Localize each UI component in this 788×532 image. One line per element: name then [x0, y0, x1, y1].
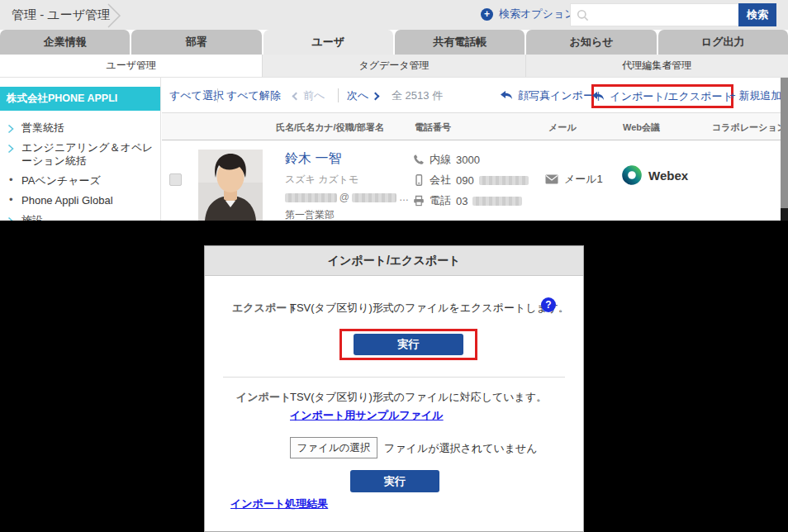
file-status-text: ファイルが選択されていません: [384, 441, 538, 456]
import-result-link[interactable]: インポート処理結果: [230, 496, 328, 511]
department-sidebar: 株式会社PHONE APPLI 営業統括 エンジニアリング＆オペレーション統括 …: [0, 78, 161, 221]
search-box: 検索: [570, 3, 776, 26]
search-options-label: 検索オプション: [499, 7, 576, 21]
deselect-all-button[interactable]: すべて解除: [226, 88, 281, 103]
breadcrumb-chevron-icon: [106, 2, 124, 29]
sub-tabs: ユーザ管理 タグデータ管理 代理編集者管理: [0, 55, 788, 78]
row-checkbox[interactable]: [169, 173, 182, 186]
chevron-left-icon: [292, 93, 301, 101]
col-web-meeting: Web会議: [623, 121, 660, 134]
sidebar-item-facilities[interactable]: 施設: [0, 211, 160, 221]
search-button[interactable]: 検索: [738, 3, 776, 26]
search-icon: [577, 9, 589, 21]
bullet-icon: •: [9, 193, 13, 207]
import-export-modal: インポート/エクスポート エクスポート TSV(タブ区切り)形式のファイルをエク…: [204, 245, 584, 532]
tab-log-export[interactable]: ログ出力: [658, 30, 788, 55]
chevron-right-icon: [7, 144, 14, 154]
redacted-email-domain: [352, 193, 396, 202]
mail-cell[interactable]: メール1: [545, 172, 603, 187]
section-divider: [223, 377, 565, 378]
export-description: TSV(タブ区切り)形式のファイルをエクスポートします。: [290, 301, 569, 316]
col-name: 氏名/氏名カナ/役職/部署名: [276, 121, 384, 134]
redacted-email-local: [285, 193, 337, 202]
table-header-row: 氏名/氏名カナ/役職/部署名 電話番号 メール Web会議 コラボレーション: [162, 113, 788, 140]
prev-page-button[interactable]: 前へ: [293, 88, 325, 103]
export-section-label: エクスポート: [232, 301, 298, 316]
tab-news[interactable]: お知らせ: [526, 30, 656, 55]
add-new-button[interactable]: + 新規追加: [729, 88, 781, 103]
redacted-phone: [479, 176, 529, 185]
chevron-right-icon: [372, 93, 380, 101]
tab-shared-phonebook[interactable]: 共有電話帳: [395, 30, 525, 55]
screen: 管理 - ユーザ管理 + 検索オプション 検索 企業情報 部署 ユーザ: [0, 0, 788, 532]
avatar[interactable]: [198, 150, 263, 221]
col-phone: 電話番号: [415, 121, 451, 134]
choose-file-button[interactable]: ファイルの選択: [290, 437, 377, 458]
mail-label: メール1: [564, 172, 603, 187]
import-sample-file-link[interactable]: インポート用サンプルファイル: [290, 408, 444, 423]
select-all-button[interactable]: すべて選択: [169, 88, 224, 103]
fax-line: 電話 03: [413, 193, 529, 208]
subtab-user-management[interactable]: ユーザ管理: [0, 55, 262, 77]
tab-company-info[interactable]: 企業情報: [0, 30, 130, 55]
fax-icon: [413, 195, 425, 207]
import-run-button[interactable]: 実行: [350, 470, 439, 492]
modal-body: エクスポート TSV(タブ区切り)形式のファイルをエクスポートします。 ? 実行…: [205, 276, 583, 532]
department-tree: 営業統括 エンジニアリング＆オペレーション統括 • PAベンチャーズ • Pho…: [0, 118, 160, 221]
scrollbar-track: [781, 208, 788, 221]
extension-line: 内線 3000: [413, 152, 529, 167]
next-page-button[interactable]: 次へ: [347, 88, 378, 103]
phone-cell: 内線 3000 会社 090 電話 03: [413, 152, 529, 214]
plus-circle-icon: +: [481, 8, 493, 21]
web-meeting-cell[interactable]: Webex: [622, 165, 688, 185]
tab-department[interactable]: 部署: [131, 30, 261, 55]
sidebar-item-sales[interactable]: 営業統括: [0, 118, 160, 138]
bullet-icon: •: [9, 173, 13, 187]
user-identity-cell: 鈴木 一智 スズキ カズトモ @ … 第一営業部: [285, 150, 409, 222]
sidebar-item-engineering-operations[interactable]: エンジニアリング＆オペレーション統括: [0, 138, 160, 171]
vertical-scrollbar[interactable]: [781, 78, 788, 208]
webex-logo-icon: [622, 165, 642, 185]
content-area: 株式会社PHONE APPLI 営業統括 エンジニアリング＆オペレーション統括 …: [0, 78, 788, 221]
breadcrumb: 管理 - ユーザ管理: [12, 7, 110, 23]
search-input[interactable]: [589, 4, 738, 26]
phone-icon: [413, 154, 425, 165]
user-department: 第一営業部: [285, 208, 409, 222]
subtab-proxy-editor-management[interactable]: 代理編集者管理: [525, 55, 788, 77]
import-description: TSV(タブ区切り)形式のファイルに対応しています。: [290, 390, 547, 405]
tab-user[interactable]: ユーザ: [263, 30, 393, 55]
table-row: 鈴木 一智 スズキ カズトモ @ … 第一営業部 内線: [162, 140, 788, 221]
sidebar-item-pa-ventures[interactable]: • PAベンチャーズ: [0, 171, 160, 191]
envelope-icon: [545, 174, 558, 184]
sidebar-item-phone-appli-global[interactable]: • Phone Appli Global: [0, 191, 160, 211]
list-toolbar: すべて選択 すべて解除 前へ 次へ 全 2513 件 顔写真インポート インポー…: [162, 78, 788, 113]
user-name-link[interactable]: 鈴木 一智: [285, 150, 409, 168]
mobile-line: 会社 090: [413, 173, 529, 188]
mobile-icon: [413, 174, 425, 186]
user-kana: スズキ カズトモ: [285, 173, 409, 187]
plus-icon: +: [729, 89, 736, 102]
export-run-highlight: 実行: [339, 329, 477, 360]
search-options-link[interactable]: + 検索オプション: [481, 7, 576, 21]
sidebar-company-root[interactable]: 株式会社PHONE APPLI: [0, 87, 160, 111]
breadcrumb-bar: 管理 - ユーザ管理 + 検索オプション 検索: [0, 0, 788, 30]
total-count: 全 2513 件: [392, 88, 443, 103]
import-export-button-highlighted[interactable]: インポート/エクスポート: [591, 84, 733, 108]
main-tabs: 企業情報 部署 ユーザ 共有電話帳 お知らせ ログ出力: [0, 30, 788, 55]
divider: [338, 88, 339, 102]
divider: [217, 88, 218, 102]
user-email-redacted: @ …: [285, 192, 409, 203]
chevron-right-icon: [7, 216, 14, 221]
import-section-label: インポート: [236, 390, 291, 405]
redacted-phone: [472, 197, 522, 206]
col-mail: メール: [548, 121, 577, 134]
import-arrow-icon: [500, 90, 513, 102]
subtab-tag-data-management[interactable]: タグデータ管理: [262, 55, 525, 77]
import-arrow-icon: [591, 91, 605, 102]
chevron-right-icon: [7, 124, 14, 134]
admin-window: 管理 - ユーザ管理 + 検索オプション 検索 企業情報 部署 ユーザ: [0, 0, 788, 221]
photo-import-button[interactable]: 顔写真インポート: [500, 88, 605, 103]
webex-label: Webex: [648, 169, 688, 183]
export-run-button[interactable]: 実行: [354, 334, 463, 355]
help-icon[interactable]: ?: [541, 297, 556, 312]
